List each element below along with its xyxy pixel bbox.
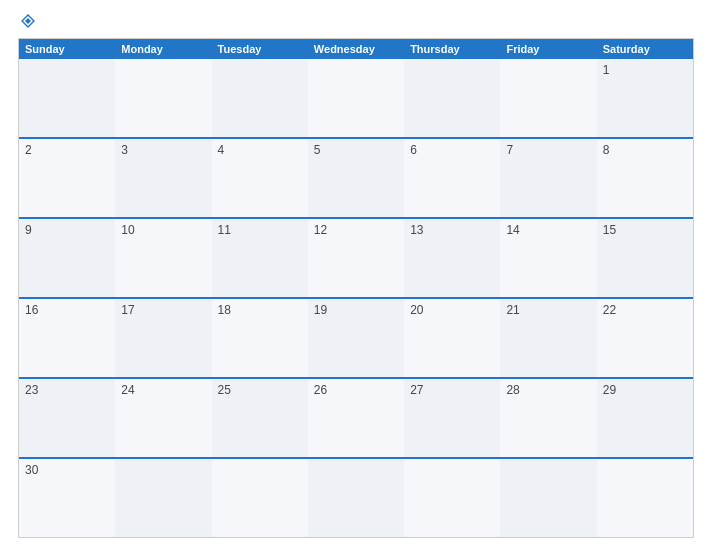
day-cell: 1 [597, 59, 693, 137]
day-cell [212, 59, 308, 137]
day-cell: 9 [19, 219, 115, 297]
day-cell: 5 [308, 139, 404, 217]
day-number: 19 [314, 303, 327, 317]
calendar-page: SundayMondayTuesdayWednesdayThursdayFrid… [0, 0, 712, 550]
day-number: 27 [410, 383, 423, 397]
day-number: 23 [25, 383, 38, 397]
day-number: 1 [603, 63, 610, 77]
day-cell: 29 [597, 379, 693, 457]
day-header-monday: Monday [115, 39, 211, 59]
day-number: 7 [506, 143, 513, 157]
day-number: 5 [314, 143, 321, 157]
day-cell [404, 59, 500, 137]
day-cell: 22 [597, 299, 693, 377]
day-header-sunday: Sunday [19, 39, 115, 59]
day-cell: 15 [597, 219, 693, 297]
day-number: 26 [314, 383, 327, 397]
week-row-1: 2345678 [19, 137, 693, 217]
day-cell: 11 [212, 219, 308, 297]
day-cell: 20 [404, 299, 500, 377]
day-cell [404, 459, 500, 537]
header [18, 12, 694, 30]
day-number: 20 [410, 303, 423, 317]
day-cell: 7 [500, 139, 596, 217]
day-cell: 17 [115, 299, 211, 377]
week-row-0: 1 [19, 59, 693, 137]
day-cell: 26 [308, 379, 404, 457]
day-cell: 23 [19, 379, 115, 457]
day-cell: 3 [115, 139, 211, 217]
week-row-3: 16171819202122 [19, 297, 693, 377]
day-number: 11 [218, 223, 231, 237]
day-cell: 25 [212, 379, 308, 457]
day-number: 13 [410, 223, 423, 237]
day-number: 12 [314, 223, 327, 237]
day-cell [597, 459, 693, 537]
day-cell: 8 [597, 139, 693, 217]
week-row-5: 30 [19, 457, 693, 537]
day-number: 22 [603, 303, 616, 317]
day-number: 14 [506, 223, 519, 237]
day-number: 18 [218, 303, 231, 317]
day-cell [212, 459, 308, 537]
day-cell: 19 [308, 299, 404, 377]
week-row-4: 23242526272829 [19, 377, 693, 457]
day-cell: 14 [500, 219, 596, 297]
day-number: 16 [25, 303, 38, 317]
day-header-wednesday: Wednesday [308, 39, 404, 59]
day-number: 29 [603, 383, 616, 397]
day-cell: 28 [500, 379, 596, 457]
day-cell: 21 [500, 299, 596, 377]
day-cell: 16 [19, 299, 115, 377]
day-header-thursday: Thursday [404, 39, 500, 59]
day-number: 30 [25, 463, 38, 477]
day-headers-row: SundayMondayTuesdayWednesdayThursdayFrid… [19, 39, 693, 59]
logo [18, 12, 37, 30]
day-cell: 18 [212, 299, 308, 377]
day-cell: 12 [308, 219, 404, 297]
day-number: 4 [218, 143, 225, 157]
calendar-grid: SundayMondayTuesdayWednesdayThursdayFrid… [18, 38, 694, 538]
day-header-saturday: Saturday [597, 39, 693, 59]
day-cell: 13 [404, 219, 500, 297]
day-cell: 4 [212, 139, 308, 217]
day-cell: 30 [19, 459, 115, 537]
week-row-2: 9101112131415 [19, 217, 693, 297]
weeks-container: 1234567891011121314151617181920212223242… [19, 59, 693, 537]
day-number: 24 [121, 383, 134, 397]
day-header-tuesday: Tuesday [212, 39, 308, 59]
day-cell [500, 459, 596, 537]
day-number: 28 [506, 383, 519, 397]
day-cell [308, 459, 404, 537]
day-number: 8 [603, 143, 610, 157]
day-number: 25 [218, 383, 231, 397]
day-number: 3 [121, 143, 128, 157]
day-number: 21 [506, 303, 519, 317]
day-cell [115, 59, 211, 137]
logo-flag-icon [19, 12, 37, 30]
day-number: 6 [410, 143, 417, 157]
day-cell: 2 [19, 139, 115, 217]
day-number: 17 [121, 303, 134, 317]
day-cell: 24 [115, 379, 211, 457]
day-header-friday: Friday [500, 39, 596, 59]
day-cell [308, 59, 404, 137]
day-number: 15 [603, 223, 616, 237]
day-cell: 27 [404, 379, 500, 457]
day-cell: 6 [404, 139, 500, 217]
day-cell [19, 59, 115, 137]
day-cell [115, 459, 211, 537]
day-number: 10 [121, 223, 134, 237]
day-cell: 10 [115, 219, 211, 297]
day-number: 9 [25, 223, 32, 237]
day-number: 2 [25, 143, 32, 157]
day-cell [500, 59, 596, 137]
